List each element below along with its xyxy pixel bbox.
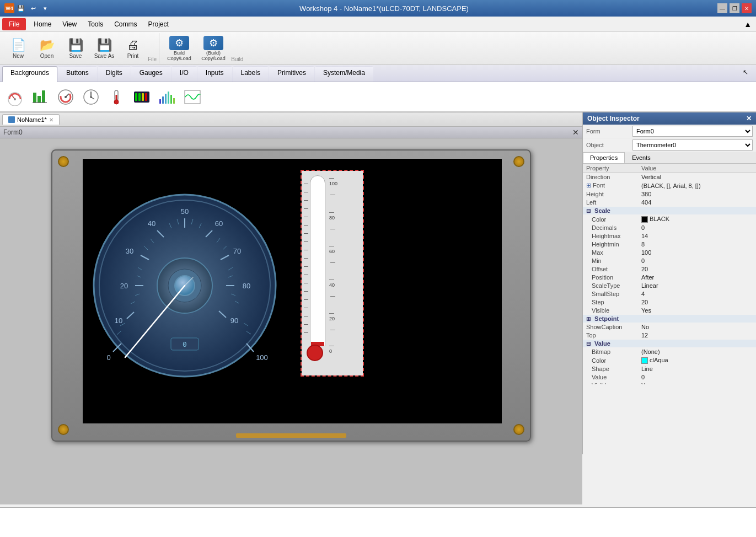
tab-io[interactable]: I/O — [171, 66, 197, 82]
thermometer-widget[interactable]: —100 — —80 — —60 — —40 — —20 — — [301, 170, 364, 377]
form-tab-close[interactable]: ✕ — [49, 117, 53, 123]
prop-value-shape[interactable]: Line — [638, 365, 756, 373]
prop-row-setpoint-section[interactable]: ⊞ Setpoint — [583, 315, 756, 323]
ribbon-spectrum[interactable] — [157, 87, 178, 108]
prop-value-smallstep[interactable]: 4 — [638, 290, 756, 298]
prop-value-top[interactable]: 12 — [638, 331, 756, 340]
therm-tick-15 — [304, 299, 308, 300]
build-copy-load2-button[interactable]: ⚙ (Build)Copy/Load — [197, 34, 230, 63]
therm-tick-7 — [304, 233, 308, 234]
prop-row-value-color: Color clAqua — [583, 356, 756, 365]
close-button[interactable]: ✕ — [742, 3, 752, 13]
svg-rect-25 — [165, 94, 167, 104]
ribbon-collapse-btn[interactable]: ▲ — [744, 20, 752, 29]
prop-value-offset[interactable]: 20 — [638, 265, 756, 273]
therm-tick-14 — [304, 291, 308, 292]
tab-gauges[interactable]: Gauges — [131, 66, 171, 82]
minimize-button[interactable]: — — [717, 3, 727, 13]
prop-row-scale-color: Color BLACK — [583, 215, 756, 224]
thermometer-icon — [108, 88, 125, 106]
col-property: Property — [583, 164, 638, 173]
form-close-btn[interactable]: ✕ — [572, 128, 579, 137]
prop-value-visible-scale[interactable]: Yes — [638, 307, 756, 315]
quick-save-btn[interactable]: 💾 — [15, 3, 26, 14]
prop-row-scale-section[interactable]: ⊟ Scale — [583, 207, 756, 215]
prop-value-max[interactable]: 100 — [638, 249, 756, 257]
device-screen[interactable]: 0 10 20 30 — [83, 159, 502, 423]
menu-comms[interactable]: Comms — [109, 18, 142, 30]
prop-value-value-val[interactable]: 0 — [638, 373, 756, 382]
tab-backgrounds[interactable]: Backgrounds — [2, 66, 57, 82]
prop-value-min[interactable]: 0 — [638, 257, 756, 265]
prop-value-direction[interactable]: Vertical — [638, 173, 756, 181]
tab-properties[interactable]: Properties — [583, 152, 625, 163]
tab-primitives[interactable]: Primitives — [269, 66, 314, 82]
svg-text:0: 0 — [183, 340, 187, 348]
prop-scale-header[interactable]: ⊟ Scale — [583, 207, 756, 215]
prop-value-step[interactable]: 20 — [638, 298, 756, 307]
tab-system-media[interactable]: System/Media — [315, 66, 373, 82]
prop-value-visible-value[interactable]: Yes — [638, 382, 756, 384]
therm-tick-8 — [304, 241, 308, 242]
form-select[interactable]: Form0 — [632, 126, 753, 137]
open-button[interactable]: 📂 Open — [33, 34, 61, 63]
prop-value-scaletype[interactable]: Linear — [638, 282, 756, 290]
save-button[interactable]: 💾 Save — [62, 34, 89, 63]
canvas-area[interactable]: 0 10 20 30 — [0, 138, 582, 504]
tab-buttons[interactable]: Buttons — [58, 66, 97, 82]
menu-home[interactable]: Home — [28, 18, 57, 30]
prop-value-heightmax[interactable]: 14 — [638, 232, 756, 240]
cursor-tool-btn[interactable]: ↖ — [743, 68, 754, 79]
print-button[interactable]: 🖨 Print — [119, 34, 147, 63]
build-copy-load-button[interactable]: ⚙ BuildCopy/Load — [163, 34, 196, 63]
prop-value-bitmap[interactable]: (None) — [638, 348, 756, 356]
tab-digits[interactable]: Digits — [98, 66, 131, 82]
corner-screw-tl — [58, 156, 69, 167]
therm-tick-10 — [304, 258, 308, 259]
form-tab-noname1[interactable]: NoName1* ✕ — [2, 114, 60, 125]
ribbon-clock[interactable] — [81, 87, 101, 108]
prop-value-scale-color[interactable]: BLACK — [638, 215, 756, 224]
prop-value-value-color[interactable]: clAqua — [638, 356, 756, 365]
prop-value-left[interactable]: 404 — [638, 198, 756, 207]
object-select[interactable]: Thermometer0 — [632, 139, 753, 151]
prop-name-bitmap: Bitmap — [583, 348, 638, 356]
build-btn-section: ⚙ BuildCopy/Load — [163, 34, 196, 63]
menu-file[interactable]: File — [2, 18, 26, 30]
save-as-button[interactable]: 💾 Save As — [90, 34, 118, 63]
svg-text:60: 60 — [215, 219, 223, 228]
file-group-label: File — [148, 56, 157, 63]
ribbon-bar-graph[interactable] — [30, 87, 51, 108]
ribbon-angular-meter[interactable] — [4, 87, 25, 108]
inspector-title: Object Inspector — [587, 115, 640, 122]
menu-view[interactable]: View — [57, 18, 82, 30]
ribbon-waveform[interactable] — [182, 87, 203, 108]
tab-events[interactable]: Events — [625, 152, 658, 163]
prop-row-value-section[interactable]: ⊟ Value — [583, 340, 756, 348]
menu-project[interactable]: Project — [143, 18, 174, 30]
prop-name-heightmax: Heightmax — [583, 232, 638, 240]
prop-value-decimals[interactable]: 0 — [638, 224, 756, 232]
build-icon: ⚙ — [169, 36, 189, 50]
new-btn-section: 📄 New — [4, 34, 32, 63]
prop-value-height[interactable]: 380 — [638, 190, 756, 198]
prop-value-font[interactable]: (BLACK, [], Arial, 8, []) — [638, 181, 756, 190]
tab-inputs[interactable]: Inputs — [197, 66, 232, 82]
restore-button[interactable]: ❐ — [730, 3, 739, 13]
prop-value-position[interactable]: After — [638, 273, 756, 282]
ribbon-led-bar[interactable] — [131, 87, 152, 108]
prop-value-showcaption[interactable]: No — [638, 323, 756, 331]
menu-tools[interactable]: Tools — [82, 18, 109, 30]
inspector-close-btn[interactable]: ✕ — [746, 115, 752, 122]
ribbon-thermometer[interactable] — [106, 87, 127, 108]
prop-value-header[interactable]: ⊟ Value — [583, 340, 756, 348]
prop-value-heightmin[interactable]: 8 — [638, 240, 756, 249]
tab-labels[interactable]: Labels — [233, 66, 269, 82]
quick-dropdown-btn[interactable]: ▾ — [40, 3, 51, 14]
quick-undo-btn[interactable]: ↩ — [28, 3, 39, 14]
new-button[interactable]: 📄 New — [4, 34, 32, 63]
ribbon-circular-gauge[interactable] — [55, 87, 76, 108]
prop-setpoint-header[interactable]: ⊞ Setpoint — [583, 315, 756, 323]
properties-scroll[interactable]: Property Value Direction Vertical ⊞ Font… — [583, 164, 756, 384]
svg-text:0: 0 — [106, 353, 110, 362]
